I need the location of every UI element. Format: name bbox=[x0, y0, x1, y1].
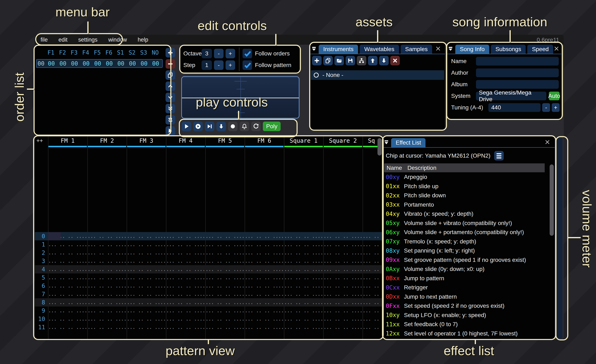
pattern-cell[interactable]: ... .. .. .... bbox=[48, 241, 87, 247]
effect-row[interactable]: 07xy Tremolo (x: speed; y: depth) bbox=[383, 237, 549, 246]
order-remove-button[interactable] bbox=[165, 59, 175, 69]
pattern-cell[interactable]: ... .. .. .... bbox=[323, 266, 363, 272]
effect-row[interactable]: 10xy Setup LFO (x: enable; y: speed) bbox=[383, 311, 549, 320]
pattern-cell[interactable]: ... .. .. .... bbox=[87, 324, 127, 330]
pattern-cell[interactable]: ... .. .. .... bbox=[87, 275, 127, 280]
follow-orders-checkbox[interactable] bbox=[243, 49, 252, 58]
menu-item[interactable]: window bbox=[108, 36, 127, 43]
pattern-cell[interactable]: ... .. .. .... bbox=[205, 299, 245, 305]
pattern-cell[interactable]: ... .. .. .... bbox=[245, 283, 284, 289]
song-info-tab[interactable]: Speed bbox=[527, 45, 553, 54]
pattern-cell[interactable]: ... .. .. .... bbox=[48, 299, 87, 305]
order-duplicate-end-button[interactable] bbox=[165, 104, 175, 113]
menu-item[interactable]: help bbox=[138, 36, 148, 43]
pattern-options-button[interactable]: ++ bbox=[37, 137, 43, 144]
pattern-row[interactable]: 6... .. .. ....... .. .. ....... .. .. .… bbox=[35, 282, 382, 290]
order-cell[interactable]: 00 bbox=[57, 60, 69, 67]
pattern-cell[interactable]: ... .. .. .... bbox=[205, 241, 245, 247]
assets-tab[interactable]: Instruments bbox=[319, 45, 358, 54]
pattern-cell[interactable]: ... .. .. .... bbox=[323, 241, 363, 247]
follow-pattern-checkbox[interactable] bbox=[243, 60, 252, 70]
pattern-cell[interactable]: ... .. .. .... bbox=[127, 299, 166, 305]
step-plus-button[interactable]: + bbox=[226, 60, 235, 70]
pattern-cell[interactable]: ... .. .. .... bbox=[284, 233, 323, 239]
pattern-cell[interactable]: ... .. .. .... bbox=[166, 299, 205, 305]
channel-header[interactable]: FM 2 bbox=[87, 137, 127, 147]
effect-row[interactable]: 03xx Portamento bbox=[383, 200, 549, 210]
pattern-cell[interactable]: ... .. .. .... bbox=[284, 241, 323, 247]
pattern-vertical-scrollbar[interactable] bbox=[378, 138, 382, 155]
pattern-cell[interactable]: ... .. .. .... bbox=[205, 266, 245, 272]
pattern-row[interactable]: 4... .. .. ....... .. .. ....... .. .. .… bbox=[35, 265, 382, 273]
order-move-up-button[interactable] bbox=[165, 81, 175, 91]
album-field[interactable] bbox=[476, 80, 559, 89]
effect-row[interactable]: 12xx Set level of operator 1 (0 highest,… bbox=[383, 329, 549, 338]
pattern-cell[interactable]: ... .. .. .... bbox=[205, 258, 245, 264]
pattern-cell[interactable]: ... .. .. .... bbox=[363, 324, 382, 330]
pattern-cell[interactable]: ... .. .. .... bbox=[205, 324, 245, 330]
menu-item[interactable]: edit bbox=[59, 36, 68, 43]
pattern-cell[interactable]: ... .. .. .... bbox=[284, 316, 323, 322]
play-button[interactable] bbox=[182, 122, 191, 131]
pattern-cell[interactable]: ... .. .. .... bbox=[363, 266, 382, 272]
pattern-cell[interactable]: ... .. .. .... bbox=[48, 266, 87, 272]
effect-row[interactable]: 06xy Volume slide + portamento (compatib… bbox=[383, 228, 549, 237]
pattern-cell[interactable]: ... .. .. .... bbox=[166, 316, 205, 322]
pattern-cell[interactable]: ... .. .. .... bbox=[166, 241, 205, 247]
pattern-cell[interactable]: ... .. .. .... bbox=[48, 258, 87, 264]
pattern-cell[interactable]: ... .. .. .... bbox=[87, 283, 127, 289]
effect-row[interactable]: 02xx Pitch slide down bbox=[383, 191, 549, 200]
record-button[interactable] bbox=[228, 122, 238, 131]
step-row-button[interactable] bbox=[216, 122, 226, 131]
effect-row[interactable]: 0Dxx Jump to next pattern bbox=[383, 292, 549, 302]
pattern-cell[interactable]: ... .. .. .... bbox=[166, 266, 205, 272]
effect-row[interactable]: 09xx Set groove pattern (speed 1 if no g… bbox=[383, 255, 549, 265]
asset-move-up-button[interactable] bbox=[368, 56, 378, 65]
window-menu-icon[interactable] bbox=[384, 140, 389, 145]
pattern-cell[interactable]: ... .. .. .... bbox=[127, 266, 166, 272]
pattern-cell[interactable]: ... .. .. .... bbox=[127, 233, 166, 239]
pattern-row[interactable]: 11... .. .. ....... .. .. ....... .. .. … bbox=[35, 323, 382, 331]
pattern-cell[interactable]: ... .. .. .... bbox=[127, 308, 166, 313]
channel-header[interactable]: FM 5 bbox=[205, 137, 245, 147]
window-menu-icon[interactable] bbox=[448, 46, 453, 51]
order-row[interactable]: 00 00000000000000000000 bbox=[36, 59, 163, 68]
step-value[interactable]: 1 bbox=[201, 60, 212, 70]
pattern-cell[interactable]: ... .. .. .... bbox=[127, 258, 166, 264]
pattern-cell[interactable]: ... .. .. .... bbox=[323, 258, 363, 264]
pattern-cell[interactable]: ... .. .. .... bbox=[48, 283, 87, 289]
order-edit-mode-button[interactable] bbox=[165, 126, 175, 136]
name-field[interactable] bbox=[476, 57, 559, 66]
pattern-cell[interactable]: ... .. .. .... bbox=[363, 275, 382, 280]
asset-duplicate-button[interactable] bbox=[323, 56, 333, 65]
effect-row[interactable]: 04xy Vibrato (x: speed; y: depth) bbox=[383, 209, 549, 218]
order-deep-clone-button[interactable] bbox=[165, 115, 175, 124]
pattern-cell[interactable]: ... .. .. .... bbox=[166, 250, 205, 256]
pattern-cell[interactable]: ... .. .. .... bbox=[323, 324, 363, 330]
effect-row[interactable]: 05xy Volume slide + vibrato (compatibili… bbox=[383, 218, 549, 228]
pattern-cell[interactable]: ... .. .. .... bbox=[87, 308, 127, 313]
pattern-cell[interactable]: ... .. .. .... bbox=[166, 308, 205, 313]
pattern-row[interactable]: 10... .. .. ....... .. .. ....... .. .. … bbox=[35, 315, 382, 323]
octave-plus-button[interactable]: + bbox=[226, 49, 235, 58]
pattern-cell[interactable]: ... .. .. .... bbox=[205, 316, 245, 322]
system-select[interactable]: Sega Genesis/Mega Drive bbox=[476, 92, 546, 100]
step-minus-button[interactable]: - bbox=[214, 60, 224, 70]
pattern-row[interactable]: 1... .. .. ....... .. .. ....... .. .. .… bbox=[35, 240, 382, 249]
pattern-cell[interactable]: ... .. .. .... bbox=[205, 283, 245, 289]
pattern-cell[interactable]: ... .. .. .... bbox=[205, 308, 245, 313]
pattern-cell[interactable]: ... .. .. .... bbox=[284, 250, 323, 256]
tuning-minus-button[interactable]: - bbox=[542, 103, 550, 112]
pattern-cell[interactable]: ... .. .. .... bbox=[87, 258, 127, 264]
pattern-cell[interactable]: ... .. .. .... bbox=[166, 233, 205, 239]
pattern-cell[interactable]: ... .. .. .... bbox=[48, 316, 87, 322]
pattern-cell[interactable]: ... .. .. .... bbox=[87, 233, 127, 239]
pattern-row[interactable]: 7... .. .. ....... .. .. ....... .. .. .… bbox=[35, 290, 382, 298]
pattern-cell[interactable]: ... .. .. .... bbox=[48, 291, 87, 297]
pattern-row[interactable]: 3... .. .. ....... .. .. ....... .. .. .… bbox=[35, 257, 382, 265]
instrument-list-item[interactable]: - None - bbox=[311, 70, 444, 80]
pattern-cell[interactable]: ... .. .. .... bbox=[245, 266, 284, 272]
pattern-cell[interactable]: ... .. .. .... bbox=[166, 324, 205, 330]
effect-row[interactable]: 0Axy Volume slide (0y: down; x0: up) bbox=[383, 264, 549, 274]
assets-tab[interactable]: Samples bbox=[401, 45, 432, 54]
